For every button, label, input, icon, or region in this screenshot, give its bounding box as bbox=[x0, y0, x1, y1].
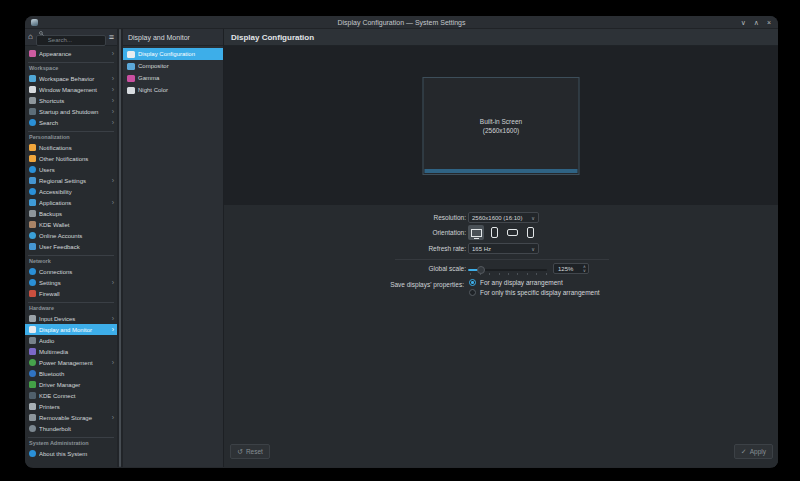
sidebar-section-workspace: Workspace bbox=[28, 62, 114, 72]
sidebar-category-list: Appearance›WorkspaceWorkspace Behavior›W… bbox=[25, 46, 117, 467]
window-controls: ∨ ∧ × bbox=[741, 19, 771, 26]
hamburger-menu-button[interactable]: ≡ bbox=[109, 33, 114, 42]
sidebar-item-driver-manager[interactable]: Driver Manager bbox=[25, 379, 117, 390]
subcategory-list: Display ConfigurationCompositorGammaNigh… bbox=[123, 46, 223, 96]
sidebar-item-firewall[interactable]: Firewall bbox=[25, 288, 117, 299]
spin-down-icon[interactable]: ∨ bbox=[583, 269, 586, 272]
sidebar-item-removable-storage[interactable]: Removable Storage› bbox=[25, 412, 117, 423]
sidebar-item-other-notifications[interactable]: Other Notifications bbox=[25, 153, 117, 164]
sidebar-item-shortcuts[interactable]: Shortcuts› bbox=[25, 95, 117, 106]
chevron-right-icon: › bbox=[112, 177, 114, 184]
close-icon[interactable]: × bbox=[767, 19, 771, 26]
reset-button[interactable]: ↺ Reset bbox=[230, 444, 270, 459]
sidebar-item-label: Power Management bbox=[39, 360, 109, 366]
chevron-right-icon: › bbox=[112, 199, 114, 206]
sidebar-item-label: Firewall bbox=[39, 291, 114, 297]
sidebar-item-applications[interactable]: Applications› bbox=[25, 197, 117, 208]
sidebar-item-power-management[interactable]: Power Management› bbox=[25, 357, 117, 368]
titlebar[interactable]: Display Configuration — System Settings … bbox=[25, 16, 778, 29]
sidebar-scrollbar[interactable] bbox=[119, 29, 121, 467]
sidebar-item-connections[interactable]: Connections bbox=[25, 266, 117, 277]
shortcuts-icon bbox=[29, 97, 36, 104]
radio-any-arrangement[interactable]: For any display arrangement bbox=[469, 279, 563, 286]
chevron-down-icon: ∨ bbox=[531, 246, 535, 252]
sidebar-item-label: Window Management bbox=[39, 87, 109, 93]
global-scale-spinbox[interactable]: 125% ∧ ∨ bbox=[553, 263, 589, 274]
sidebar-item-startup-and-shutdown[interactable]: Startup and Shutdown› bbox=[25, 106, 117, 117]
global-scale-slider[interactable] bbox=[468, 266, 547, 274]
sidebar-item-label: Regional Settings bbox=[39, 178, 109, 184]
sidebar-item-label: Audio bbox=[39, 338, 114, 344]
sidebar-section-network: Network bbox=[28, 255, 114, 265]
radio-any-label: For any display arrangement bbox=[480, 279, 563, 286]
chevron-down-icon: ∨ bbox=[531, 215, 535, 221]
sidebar-item-display-and-monitor[interactable]: Display and Monitor› bbox=[25, 324, 117, 335]
chevron-right-icon: › bbox=[112, 359, 114, 366]
sidebar-item-user-feedback[interactable]: User Feedback bbox=[25, 241, 117, 252]
display-configuration-icon bbox=[127, 51, 135, 58]
notifications-icon bbox=[29, 144, 36, 151]
subcategory-item-display-configuration[interactable]: Display Configuration bbox=[123, 48, 223, 60]
radio-specific-arrangement[interactable]: For only this specific display arrangeme… bbox=[469, 289, 600, 296]
orientation-landscape-button[interactable] bbox=[468, 225, 484, 240]
sidebar-item-notifications[interactable]: Notifications bbox=[25, 142, 117, 153]
backups-icon bbox=[29, 210, 36, 217]
sidebar-item-thunderbolt[interactable]: Thunderbolt bbox=[25, 423, 117, 434]
sidebar-item-regional-settings[interactable]: Regional Settings› bbox=[25, 175, 117, 186]
display-arrangement-preview: Built-in Screen (2560x1600) bbox=[224, 46, 778, 205]
sidebar-item-accessibility[interactable]: Accessibility bbox=[25, 186, 117, 197]
applications-icon bbox=[29, 199, 36, 206]
sidebar-item-kde-wallet[interactable]: KDE Wallet bbox=[25, 219, 117, 230]
sidebar-item-appearance[interactable]: Appearance› bbox=[25, 48, 117, 59]
sidebar-item-multimedia[interactable]: Multimedia bbox=[25, 346, 117, 357]
subcategory-item-label: Compositor bbox=[138, 63, 169, 69]
radio-unchecked-icon[interactable] bbox=[469, 289, 476, 296]
firewall-icon bbox=[29, 290, 36, 297]
sidebar-item-label: Appearance bbox=[39, 51, 109, 57]
sidebar-item-workspace-behavior[interactable]: Workspace Behavior› bbox=[25, 73, 117, 84]
sidebar-item-bluetooth[interactable]: Bluetooth bbox=[25, 368, 117, 379]
sidebar-item-input-devices[interactable]: Input Devices› bbox=[25, 313, 117, 324]
radio-specific-label: For only this specific display arrangeme… bbox=[480, 289, 600, 296]
screen-selected-bar bbox=[425, 169, 578, 173]
sidebar-item-users[interactable]: Users bbox=[25, 164, 117, 175]
refresh-rate-combobox[interactable]: 165 Hz ∨ bbox=[468, 243, 539, 254]
sidebar-item-printers[interactable]: Printers bbox=[25, 401, 117, 412]
sidebar-item-kde-connect[interactable]: KDE Connect bbox=[25, 390, 117, 401]
subcategory-item-label: Gamma bbox=[138, 75, 159, 81]
builtin-screen-preview[interactable]: Built-in Screen (2560x1600) bbox=[423, 77, 580, 175]
orientation-portrait-flipped-button[interactable] bbox=[522, 225, 538, 240]
minimize-icon[interactable]: ∨ bbox=[741, 19, 746, 26]
sidebar-item-label: Thunderbolt bbox=[39, 426, 114, 432]
sidebar-item-about-this-system[interactable]: About this System bbox=[25, 448, 117, 459]
sidebar-item-online-accounts[interactable]: Online Accounts bbox=[25, 230, 117, 241]
chevron-right-icon: › bbox=[112, 119, 114, 126]
sidebar-item-audio[interactable]: Audio bbox=[25, 335, 117, 346]
sidebar-item-backups[interactable]: Backups bbox=[25, 208, 117, 219]
sidebar-item-window-management[interactable]: Window Management› bbox=[25, 84, 117, 95]
sidebar-item-label: Multimedia bbox=[39, 349, 114, 355]
apply-button[interactable]: ✓ Apply bbox=[734, 444, 773, 459]
sidebar-section-hardware: Hardware bbox=[28, 302, 114, 312]
subcategory-item-compositor[interactable]: Compositor bbox=[123, 60, 223, 72]
orientation-landscape-flipped-button[interactable] bbox=[504, 225, 520, 240]
appearance-icon bbox=[29, 50, 36, 57]
sidebar-item-search[interactable]: Search› bbox=[25, 117, 117, 128]
subcategory-item-gamma[interactable]: Gamma bbox=[123, 72, 223, 84]
sidebar-item-label: Startup and Shutdown bbox=[39, 109, 109, 115]
slider-handle[interactable] bbox=[477, 266, 485, 274]
home-button[interactable]: ⌂ bbox=[28, 33, 33, 41]
checkmark-icon: ✓ bbox=[741, 448, 747, 455]
sidebar-item-settings[interactable]: Settings› bbox=[25, 277, 117, 288]
chevron-right-icon: › bbox=[112, 97, 114, 104]
user-feedback-icon bbox=[29, 243, 36, 250]
sidebar-item-label: KDE Connect bbox=[39, 393, 114, 399]
startup-and-shutdown-icon bbox=[29, 108, 36, 115]
search-input[interactable] bbox=[36, 35, 106, 46]
resolution-combobox[interactable]: 2560x1600 (16:10) ∨ bbox=[468, 212, 539, 223]
orientation-portrait-button[interactable] bbox=[486, 225, 502, 240]
radio-checked-icon[interactable] bbox=[469, 279, 476, 286]
refresh-rate-value: 165 Hz bbox=[472, 246, 531, 252]
subcategory-item-night-color[interactable]: Night Color bbox=[123, 84, 223, 96]
maximize-icon[interactable]: ∧ bbox=[754, 19, 759, 26]
